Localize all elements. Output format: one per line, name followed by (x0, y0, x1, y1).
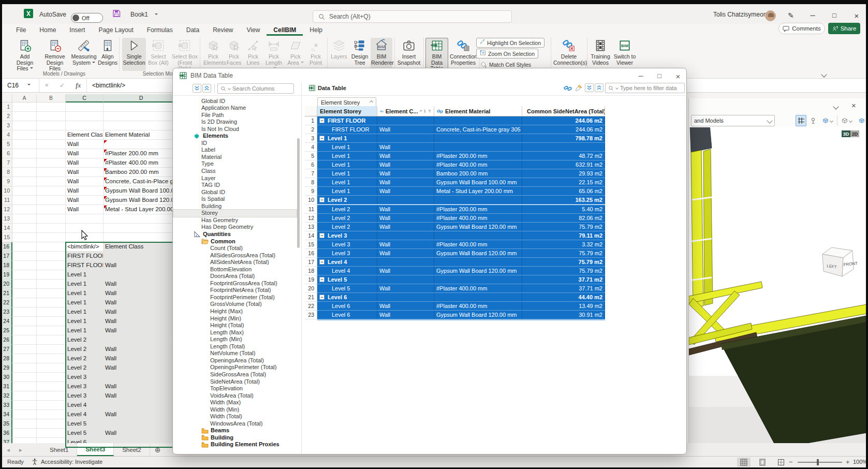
cell-A15[interactable] (12, 233, 37, 242)
enter-icon[interactable]: ✓ (60, 82, 65, 89)
cell-A28[interactable] (12, 354, 37, 363)
tree-item-storey[interactable]: Storey (173, 210, 297, 217)
zoom-out-button[interactable]: − (789, 458, 793, 466)
cell-A21[interactable] (12, 289, 37, 298)
table-row[interactable]: Level 3Wall#Plaster 400.00 mm3.32 m2 (317, 240, 605, 249)
table-row[interactable]: Level 6Wall#Plaster 400.00 mm13.49 m2 (317, 302, 605, 311)
cell-A12[interactable] (12, 205, 37, 214)
tree-item-height-max-[interactable]: Height (Max) (173, 308, 297, 315)
cell-B2[interactable] (37, 112, 66, 121)
collapse-all-button[interactable] (202, 84, 211, 93)
workbook-caret-icon[interactable] (155, 13, 158, 17)
cell-C1[interactable] (66, 102, 104, 112)
share-button[interactable]: Share (828, 23, 860, 34)
cell-A36[interactable] (12, 429, 37, 438)
restore-button[interactable]: □ (829, 11, 840, 19)
ribbon-tab-home[interactable]: Home (33, 25, 63, 35)
cell-B17[interactable] (37, 252, 66, 261)
cell-D33[interactable] (104, 401, 179, 410)
cell-A27[interactable] (12, 345, 37, 354)
cell-D25[interactable]: Wall (104, 326, 179, 335)
cell-A19[interactable] (12, 270, 37, 280)
switch-to-viewer-button[interactable]: BIMSwitch to Viewer (613, 38, 637, 71)
table-row[interactable]: Level 5Wall#Plaster 400.00 mm37.71 m2 (317, 284, 605, 293)
cell-B20[interactable] (37, 280, 66, 289)
cell-D26[interactable] (104, 335, 179, 345)
cell-C36[interactable]: Level 5 (66, 429, 104, 438)
sheet-tab-sheet3[interactable]: Sheet3 (77, 443, 114, 456)
delete-connections-button[interactable]: Delete Connection(s) (553, 38, 585, 71)
table-row[interactable]: Level 2WallGypsum Wall Board 120.00 mm75… (317, 223, 605, 231)
cell-C4[interactable]: Element Class (66, 130, 104, 140)
tree-item-tag-id[interactable]: TAG ID (173, 182, 297, 189)
cell-C20[interactable]: Level 1 (66, 280, 104, 289)
accessibility-status[interactable]: Accessibility: Investigate (41, 459, 102, 465)
cell-D11[interactable]: Gypsum Wall Board 120.00 mm (104, 196, 179, 205)
cell-A13[interactable] (12, 214, 37, 224)
tree-item-footprintgrossarea-total-[interactable]: FootprintGrossArea (Total) (173, 280, 297, 287)
tree-item-is-not-in-cloud[interactable]: Is Not In Cloud (173, 125, 297, 133)
cell-B34[interactable] (37, 410, 66, 419)
cell-B35[interactable] (37, 419, 66, 429)
comments-button[interactable]: Comments (778, 23, 825, 34)
ribbon-tab-view[interactable]: View (240, 25, 267, 35)
cell-D30[interactable] (104, 373, 179, 382)
cell-C10[interactable]: Wall (66, 186, 104, 196)
dialog-close-button[interactable]: × (672, 72, 684, 81)
tree-item-building[interactable]: Building (173, 434, 297, 441)
cell-B29[interactable] (37, 363, 66, 373)
column-header-C[interactable]: C (66, 94, 104, 102)
cell-D9[interactable]: Concrete, Cast-in-Place gray 305 mm (104, 177, 179, 186)
tree-item-global-id[interactable]: Global ID (173, 188, 297, 196)
zoom-slider-track[interactable] (798, 462, 842, 463)
ribbon-tab-insert[interactable]: Insert (63, 25, 92, 35)
table-group-row[interactable]: −Level 475.79 m2 (317, 258, 605, 267)
table-row[interactable]: Level 6WallGypsum Wall Board 120.00 mm30… (317, 311, 605, 319)
cell-B33[interactable] (37, 401, 66, 410)
tree-item-doorsarea-total-[interactable]: DoorsArea (Total) (173, 273, 297, 280)
cell-C19[interactable]: Level 1 (66, 270, 104, 280)
cell-B10[interactable] (37, 186, 66, 196)
sheet-tab-sheet1[interactable]: Sheet1 (41, 443, 77, 456)
cell-B8[interactable] (37, 168, 66, 177)
column-header-storey[interactable]: Element Storey (317, 106, 377, 116)
cell-C16[interactable]: <bimctlink/> (66, 242, 104, 252)
cell-C21[interactable]: Level 1 (66, 289, 104, 298)
cell-B22[interactable] (37, 298, 66, 307)
tree-item-file-path[interactable]: File Path (173, 111, 297, 119)
cell-A29[interactable] (12, 363, 37, 373)
cell-B24[interactable] (37, 317, 66, 326)
connection-properties-button[interactable]: Connection Properties (449, 38, 477, 71)
zoom-level[interactable]: 100% (853, 459, 867, 465)
cell-C34[interactable]: Level 4 (66, 410, 104, 419)
cell-D1[interactable] (104, 102, 179, 112)
cell-D2[interactable] (104, 112, 179, 121)
table-row[interactable]: Level 1WallGypsum Wall Board 100.00 mm22… (317, 178, 605, 187)
cell-C31[interactable]: Level 3 (66, 382, 104, 391)
ribbon-tab-help[interactable]: Help (303, 25, 329, 35)
tree-item-netvolume-total-[interactable]: NetVolume (Total) (173, 350, 297, 357)
isolate-cube-button[interactable] (820, 115, 834, 126)
cell-B1[interactable] (37, 102, 66, 112)
cell-C14[interactable] (66, 224, 104, 233)
cell-A3[interactable] (12, 121, 37, 130)
collapse-group-icon[interactable]: − (319, 136, 325, 141)
cell-A23[interactable] (12, 307, 37, 317)
column-header-class[interactable]: Element C... 1 (377, 106, 434, 116)
cell-A6[interactable] (12, 149, 37, 158)
cell-B36[interactable] (37, 429, 66, 438)
cell-C24[interactable]: Level 1 (66, 317, 104, 326)
cell-B9[interactable] (37, 177, 66, 186)
tree-item-length-total-[interactable]: Length (Total) (173, 343, 297, 350)
remove-design-files-button[interactable]: Remove Design Files (40, 38, 69, 71)
cell-D21[interactable]: Wall (104, 289, 179, 298)
design-tree-button[interactable]: Design Tree (350, 38, 370, 71)
cell-B18[interactable] (37, 261, 66, 270)
cell-B16[interactable] (37, 242, 66, 252)
cell-C29[interactable]: Level 2 (66, 363, 104, 373)
close-button[interactable]: × (851, 11, 862, 20)
cell-C12[interactable]: Wall (66, 205, 104, 214)
tree-item-elements[interactable]: Elements (173, 133, 297, 140)
cell-B6[interactable] (37, 149, 66, 158)
tree-item-length-max-[interactable]: Length (Max) (173, 329, 297, 336)
